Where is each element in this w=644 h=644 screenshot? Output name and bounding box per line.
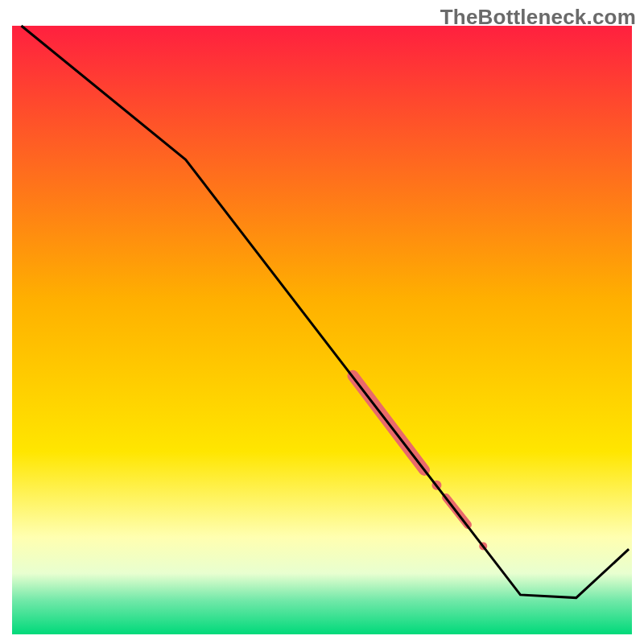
plot-background: [12, 26, 632, 634]
watermark-text: TheBottleneck.com: [440, 5, 636, 30]
bottleneck-chart: TheBottleneck.com: [0, 0, 644, 644]
chart-svg: [0, 0, 644, 644]
